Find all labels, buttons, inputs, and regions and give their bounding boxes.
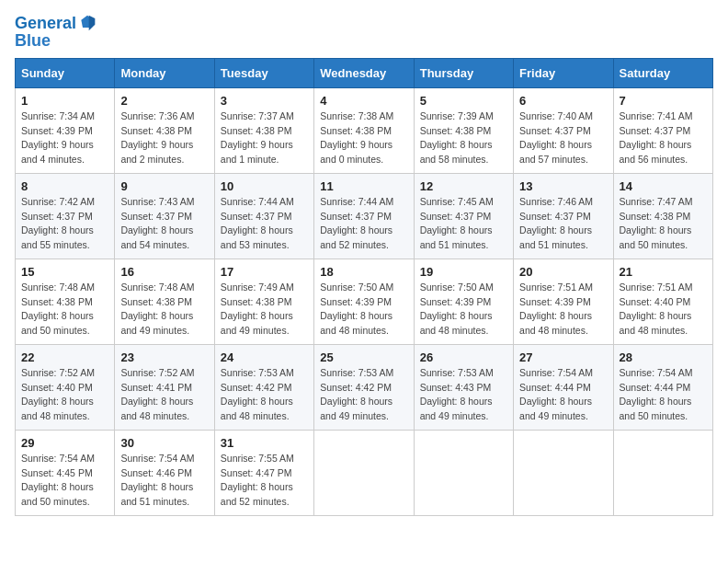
day-number: 3 <box>221 94 308 108</box>
calendar-week-row: 22 Sunrise: 7:52 AM Sunset: 4:40 PM Dayl… <box>16 344 713 430</box>
day-info: Sunrise: 7:54 AM Sunset: 4:44 PM Dayligh… <box>620 366 707 424</box>
column-header-friday: Friday <box>514 58 613 87</box>
day-number: 4 <box>320 94 407 108</box>
table-row <box>514 430 613 515</box>
day-number: 21 <box>620 265 707 279</box>
day-number: 24 <box>221 350 308 364</box>
day-info: Sunrise: 7:44 AM Sunset: 4:37 PM Dayligh… <box>221 195 308 253</box>
day-info: Sunrise: 7:47 AM Sunset: 4:38 PM Dayligh… <box>620 195 707 253</box>
logo: General Blue <box>15 15 97 51</box>
day-info: Sunrise: 7:38 AM Sunset: 4:38 PM Dayligh… <box>320 109 407 167</box>
day-info: Sunrise: 7:50 AM Sunset: 4:39 PM Dayligh… <box>320 281 407 339</box>
table-row <box>414 430 513 515</box>
day-number: 22 <box>21 350 108 364</box>
day-number: 18 <box>320 265 407 279</box>
table-row: 13 Sunrise: 7:46 AM Sunset: 4:37 PM Dayl… <box>514 173 613 259</box>
table-row: 30 Sunrise: 7:54 AM Sunset: 4:46 PM Dayl… <box>115 430 214 515</box>
day-info: Sunrise: 7:48 AM Sunset: 4:38 PM Dayligh… <box>120 281 208 339</box>
calendar-header-row: SundayMondayTuesdayWednesdayThursdayFrid… <box>16 58 713 87</box>
day-number: 8 <box>21 179 108 193</box>
table-row: 27 Sunrise: 7:54 AM Sunset: 4:44 PM Dayl… <box>514 344 613 430</box>
day-number: 27 <box>519 350 607 364</box>
day-info: Sunrise: 7:54 AM Sunset: 4:44 PM Dayligh… <box>519 366 607 424</box>
day-number: 15 <box>21 265 108 279</box>
day-info: Sunrise: 7:37 AM Sunset: 4:38 PM Dayligh… <box>221 109 308 167</box>
day-info: Sunrise: 7:34 AM Sunset: 4:39 PM Dayligh… <box>21 109 108 167</box>
day-info: Sunrise: 7:46 AM Sunset: 4:37 PM Dayligh… <box>519 195 607 253</box>
column-header-monday: Monday <box>115 58 214 87</box>
day-number: 29 <box>21 436 108 450</box>
table-row: 4 Sunrise: 7:38 AM Sunset: 4:38 PM Dayli… <box>314 87 414 173</box>
table-row: 22 Sunrise: 7:52 AM Sunset: 4:40 PM Dayl… <box>16 344 115 430</box>
day-number: 25 <box>320 350 407 364</box>
day-info: Sunrise: 7:51 AM Sunset: 4:39 PM Dayligh… <box>519 281 607 339</box>
day-info: Sunrise: 7:42 AM Sunset: 4:37 PM Dayligh… <box>21 195 108 253</box>
day-number: 30 <box>120 436 208 450</box>
day-number: 28 <box>620 350 707 364</box>
day-number: 12 <box>420 179 507 193</box>
column-header-tuesday: Tuesday <box>214 58 313 87</box>
table-row: 10 Sunrise: 7:44 AM Sunset: 4:37 PM Dayl… <box>214 173 313 259</box>
page-header: General Blue <box>15 15 713 51</box>
table-row: 7 Sunrise: 7:41 AM Sunset: 4:37 PM Dayli… <box>613 87 712 173</box>
table-row: 6 Sunrise: 7:40 AM Sunset: 4:37 PM Dayli… <box>514 87 613 173</box>
table-row: 20 Sunrise: 7:51 AM Sunset: 4:39 PM Dayl… <box>514 259 613 344</box>
day-info: Sunrise: 7:51 AM Sunset: 4:40 PM Dayligh… <box>620 281 707 339</box>
table-row: 16 Sunrise: 7:48 AM Sunset: 4:38 PM Dayl… <box>115 259 214 344</box>
day-info: Sunrise: 7:48 AM Sunset: 4:38 PM Dayligh… <box>21 281 108 339</box>
table-row <box>613 430 712 515</box>
day-number: 26 <box>420 350 507 364</box>
table-row: 11 Sunrise: 7:44 AM Sunset: 4:37 PM Dayl… <box>314 173 414 259</box>
day-number: 20 <box>519 265 607 279</box>
calendar-week-row: 15 Sunrise: 7:48 AM Sunset: 4:38 PM Dayl… <box>16 259 713 344</box>
day-number: 13 <box>519 179 607 193</box>
day-number: 23 <box>120 350 208 364</box>
table-row: 2 Sunrise: 7:36 AM Sunset: 4:38 PM Dayli… <box>115 87 214 173</box>
table-row: 9 Sunrise: 7:43 AM Sunset: 4:37 PM Dayli… <box>115 173 214 259</box>
day-info: Sunrise: 7:54 AM Sunset: 4:46 PM Dayligh… <box>120 452 208 510</box>
column-header-sunday: Sunday <box>16 58 115 87</box>
day-info: Sunrise: 7:44 AM Sunset: 4:37 PM Dayligh… <box>320 195 407 253</box>
table-row: 1 Sunrise: 7:34 AM Sunset: 4:39 PM Dayli… <box>16 87 115 173</box>
day-number: 9 <box>120 179 208 193</box>
logo-blue: Blue <box>15 31 97 51</box>
table-row <box>314 430 414 515</box>
day-info: Sunrise: 7:55 AM Sunset: 4:47 PM Dayligh… <box>221 452 308 510</box>
table-row: 3 Sunrise: 7:37 AM Sunset: 4:38 PM Dayli… <box>214 87 313 173</box>
day-info: Sunrise: 7:54 AM Sunset: 4:45 PM Dayligh… <box>21 452 108 510</box>
day-info: Sunrise: 7:49 AM Sunset: 4:38 PM Dayligh… <box>221 281 308 339</box>
day-info: Sunrise: 7:52 AM Sunset: 4:40 PM Dayligh… <box>21 366 108 424</box>
day-info: Sunrise: 7:40 AM Sunset: 4:37 PM Dayligh… <box>519 109 607 167</box>
table-row: 12 Sunrise: 7:45 AM Sunset: 4:37 PM Dayl… <box>414 173 513 259</box>
calendar-week-row: 1 Sunrise: 7:34 AM Sunset: 4:39 PM Dayli… <box>16 87 713 173</box>
table-row: 23 Sunrise: 7:52 AM Sunset: 4:41 PM Dayl… <box>115 344 214 430</box>
day-number: 1 <box>21 94 108 108</box>
day-number: 10 <box>221 179 308 193</box>
day-info: Sunrise: 7:45 AM Sunset: 4:37 PM Dayligh… <box>420 195 507 253</box>
calendar-week-row: 8 Sunrise: 7:42 AM Sunset: 4:37 PM Dayli… <box>16 173 713 259</box>
day-number: 14 <box>620 179 707 193</box>
day-info: Sunrise: 7:50 AM Sunset: 4:39 PM Dayligh… <box>420 281 507 339</box>
column-header-thursday: Thursday <box>414 58 513 87</box>
column-header-wednesday: Wednesday <box>314 58 414 87</box>
calendar-week-row: 29 Sunrise: 7:54 AM Sunset: 4:45 PM Dayl… <box>16 430 713 515</box>
table-row: 8 Sunrise: 7:42 AM Sunset: 4:37 PM Dayli… <box>16 173 115 259</box>
day-info: Sunrise: 7:52 AM Sunset: 4:41 PM Dayligh… <box>120 366 208 424</box>
logo-text: General <box>15 15 76 33</box>
logo-icon <box>78 14 97 32</box>
table-row: 24 Sunrise: 7:53 AM Sunset: 4:42 PM Dayl… <box>214 344 313 430</box>
table-row: 26 Sunrise: 7:53 AM Sunset: 4:43 PM Dayl… <box>414 344 513 430</box>
day-number: 7 <box>620 94 707 108</box>
table-row: 31 Sunrise: 7:55 AM Sunset: 4:47 PM Dayl… <box>214 430 313 515</box>
day-number: 11 <box>320 179 407 193</box>
day-number: 16 <box>120 265 208 279</box>
table-row: 5 Sunrise: 7:39 AM Sunset: 4:38 PM Dayli… <box>414 87 513 173</box>
column-header-saturday: Saturday <box>613 58 712 87</box>
day-info: Sunrise: 7:53 AM Sunset: 4:43 PM Dayligh… <box>420 366 507 424</box>
table-row: 19 Sunrise: 7:50 AM Sunset: 4:39 PM Dayl… <box>414 259 513 344</box>
day-number: 31 <box>221 436 308 450</box>
table-row: 21 Sunrise: 7:51 AM Sunset: 4:40 PM Dayl… <box>613 259 712 344</box>
day-number: 17 <box>221 265 308 279</box>
day-info: Sunrise: 7:43 AM Sunset: 4:37 PM Dayligh… <box>120 195 208 253</box>
table-row: 17 Sunrise: 7:49 AM Sunset: 4:38 PM Dayl… <box>214 259 313 344</box>
